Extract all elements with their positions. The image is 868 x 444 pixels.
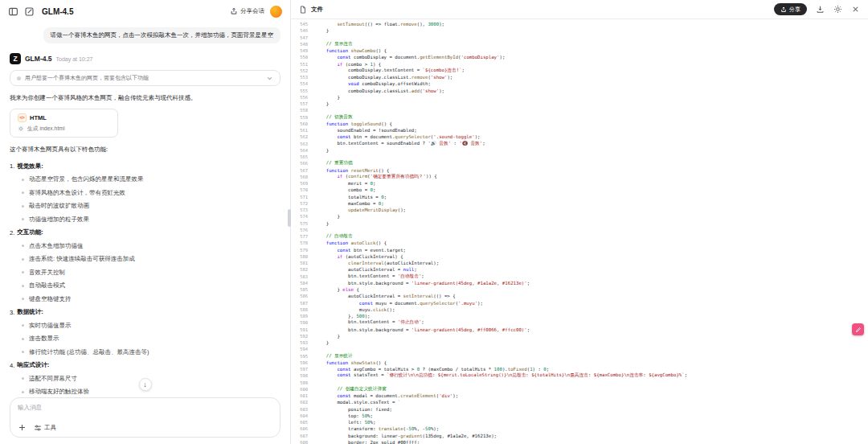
bullet-icon [22,377,24,380]
line-number: 607 [294,434,315,438]
code-line: 606 transform: translate(-50%, -50%); [294,426,868,432]
line-number: 570 [294,187,315,192]
code-line: 599 [294,380,868,386]
line-number: 579 [294,248,315,253]
code-text: clearInterval(autoClickInterval); [315,261,439,265]
line-number: 591 [294,327,315,332]
code-line: 604 top: 50%; [294,413,868,419]
bullet-icon [22,218,24,220]
share-conversation-button[interactable]: 分享会话 [230,7,264,15]
line-number: 580 [294,254,315,259]
app-window: GLM-4.5 分享会话 请做一个赛博木鱼的网页，点击一次模拟敲木鱼一次，并增加… [0,0,868,444]
line-number: 600 [294,387,315,392]
code-text: if (autoClickInterval) { [315,254,403,259]
line-number: 557 [294,101,315,106]
code-text: setTimeout(() => float.remove(), 3000); [315,22,444,27]
line-number: 559 [294,115,315,120]
tools-button[interactable]: 工具 [34,424,56,432]
line-number: 589 [294,314,315,319]
bullet-icon [22,191,24,194]
share-file-button[interactable]: 分享 [774,3,807,15]
chat-scroll-area[interactable]: 请做一个赛博木鱼的网页，点击一次模拟敲木鱼一次，并增加功德，页面背景是星空 Z … [0,23,290,395]
line-number: 568 [294,175,315,179]
line-number: 599 [294,380,315,385]
line-number: 583 [294,274,315,279]
code-text: btn.textContent = '自动敲击'; [315,273,424,280]
feature-item: 自动敲击模式 [22,279,280,293]
code-text: maxCombo = 0; [315,201,384,206]
code-text: function autoClick() { [315,240,387,245]
feature-item: 点击木鱼增加功德值 [22,240,280,253]
code-line: 553 comboDisplay.classList.remove('show'… [294,74,868,80]
sidebar-toggle-icon[interactable] [8,6,18,17]
bullet-icon [22,338,24,340]
share-icon [780,6,787,13]
code-line: 580 if (autoClickInterval) { [294,253,868,260]
sliders-icon [34,424,42,432]
user-message-bubble: 请做一个赛博木鱼的网页，点击一次模拟敲木鱼一次，并增加功德，页面背景是星空 [43,27,281,43]
line-number: 587 [294,301,315,306]
code-text: btn.textContent = soundEnabled ? '🔊 音效' … [315,141,485,147]
code-text: // 重置功德 [315,160,353,166]
panel-resize-handle[interactable] [288,209,291,227]
code-text: merit = 0; [315,181,375,186]
code-text: muyu.click(); [315,307,395,312]
assistant-header: Z GLM-4.5 Today at 10:27 [10,53,280,64]
file-panel-header: 文件 分享 [291,0,868,19]
code-text: function showStats() { [315,360,387,365]
code-text: const muyu = document.querySelector('.mu… [315,301,483,306]
code-text: if (confirm('确定要重置所有功德吗？')) { [315,174,437,180]
line-number: 585 [294,287,315,292]
html-file-icon: </> [18,113,27,122]
line-number: 553 [294,75,315,80]
message-input[interactable]: 输入消息 工具 [10,397,280,438]
line-number: 608 [294,440,315,444]
feedback-float-button[interactable] [852,323,864,335]
line-number: 556 [294,95,315,100]
line-number: 577 [294,234,315,239]
download-icon[interactable] [816,5,825,14]
attach-plus-icon[interactable] [18,423,27,432]
code-text: position: fixed; [315,407,392,412]
close-icon[interactable] [851,5,860,14]
artifact-card[interactable]: </> HTML 生成 index.html [10,109,118,138]
feature-list: 1.视觉效果:动态星空背景，包含闪烁的星星和流星效果赛博风格的木鱼设计，带有霓虹… [10,160,280,396]
line-number: 549 [294,48,315,53]
line-number: 574 [294,214,315,219]
code-line: 608 border: 2px solid #00ffff; [294,439,868,444]
line-number: 576 [294,228,315,232]
code-line: 559 // 切换音效 [294,114,868,121]
artifact-action-label: 生成 index.html [27,125,64,133]
settings-gear-icon[interactable] [833,5,842,14]
code-text: const btn = document.querySelector('.sou… [315,134,481,139]
code-line: 581 clearInterval(autoClickInterval); [294,260,868,266]
arrow-down-icon: ↓ [143,380,147,388]
code-line: 567 function resetMerit() { [294,167,868,174]
bullet-icon [22,391,24,393]
file-panel: 文件 分享 545 setTimeout(() => float.remove(… [291,0,868,444]
line-number: 603 [294,407,315,412]
code-area[interactable]: 545 setTimeout(() => float.remove(), 300… [291,19,868,444]
code-text: // 显示统计 [315,353,353,360]
user-avatar[interactable] [270,6,282,18]
code-line: 597 const avgCombo = totalHits > 0 ? (ma… [294,366,868,372]
code-line: 570 combo = 0; [294,187,868,193]
line-number: 593 [294,340,315,345]
code-line: 593 } [294,339,868,346]
line-number: 588 [294,307,315,312]
code-text: background: linear-gradient(135deg, #1a1… [315,434,497,438]
line-number: 555 [294,88,315,93]
code-line: 585 } else { [294,286,868,293]
code-text: } [315,334,340,339]
code-line: 590 btn.textContent = '停止自动'; [294,319,868,326]
line-number: 548 [294,42,315,47]
new-chat-icon[interactable] [24,6,35,17]
code-line: 577 // 自动敲击 [294,233,868,240]
line-number: 550 [294,55,315,60]
thinking-summary-toggle[interactable]: 用户想要一个赛博木鱼的网页，需要包含以下功能 [10,70,280,86]
code-line: 601 const modal = document.createElement… [294,393,868,399]
line-number: 581 [294,261,315,265]
code-line: 552 comboDisplay.textContent = `${combo}… [294,68,868,74]
scroll-to-bottom-button[interactable]: ↓ [139,378,152,391]
code-line: 576 [294,227,868,233]
